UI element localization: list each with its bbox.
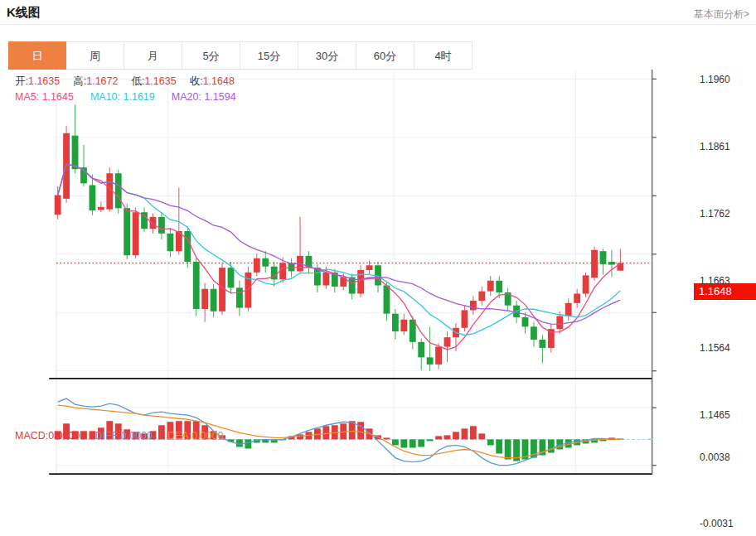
ma5-label: MA5:: [15, 91, 39, 103]
macd-value: 0.0000: [48, 430, 80, 442]
low-label: 低:: [131, 75, 144, 87]
tab-5min[interactable]: 5分: [182, 41, 240, 70]
ma20-value: 1.1594: [204, 91, 235, 103]
price-axis-label: 1.1861: [700, 141, 730, 152]
diff-label: DIFF:: [95, 430, 121, 442]
tab-month[interactable]: 月: [124, 41, 182, 70]
fundamental-analysis-link[interactable]: 基本面分析>: [694, 7, 749, 22]
macd-axis-label: -0.0031: [700, 518, 734, 529]
chart-area: 开:1.1635 高:1.1672 低:1.1635 收:1.1648 MA5:…: [0, 70, 756, 536]
price-axis-label: 1.1564: [700, 342, 730, 354]
ma20-label: MA20:: [172, 91, 201, 103]
page-header: K线图 基本面分析>: [0, 0, 756, 25]
high-value: 1.1672: [86, 75, 118, 87]
ma10-label: MA10:: [90, 91, 120, 103]
macd-label: MACD:: [15, 430, 48, 442]
high-label: 高:: [73, 75, 86, 87]
ma10-value: 1.1619: [124, 91, 155, 103]
interval-tabbar: 日 周 月 5分 15分 30分 60分 4时: [8, 41, 472, 70]
price-axis-label: 1.1465: [700, 409, 730, 421]
tab-60min[interactable]: 60分: [356, 41, 414, 70]
page-title: K线图: [7, 5, 41, 21]
close-value: 1.1648: [203, 75, 235, 87]
open-label: 开:: [15, 75, 28, 87]
ma-legend: MA5: 1.1645 MA10: 1.1619 MA20: 1.1594: [15, 91, 236, 103]
tab-day[interactable]: 日: [8, 41, 66, 70]
ohlc-legend: 开:1.1635 高:1.1672 低:1.1635 收:1.1648: [15, 75, 235, 89]
price-axis-label: 1.1762: [700, 208, 730, 220]
price-axis-label: 1.1960: [700, 74, 730, 85]
dea-value: 0.0000: [191, 430, 223, 442]
macd-legend: MACD:0.0000 DIFF:0.0000 DEA:0.0000: [15, 430, 223, 442]
price-axis-label: 1.1663: [700, 275, 730, 287]
close-label: 收:: [190, 75, 203, 87]
tab-week[interactable]: 周: [66, 41, 124, 70]
tab-30min[interactable]: 30分: [298, 41, 356, 70]
tab-4hour[interactable]: 4时: [414, 41, 472, 70]
ma5-value: 1.1645: [42, 91, 74, 103]
diff-value: 0.0000: [121, 430, 153, 442]
low-value: 1.1635: [144, 75, 176, 87]
dea-label: DEA:: [167, 430, 191, 442]
open-value: 1.1635: [28, 75, 60, 87]
macd-axis-label: 0.0038: [700, 451, 730, 463]
candlestick-chart[interactable]: [0, 70, 756, 536]
tab-15min[interactable]: 15分: [240, 41, 298, 70]
